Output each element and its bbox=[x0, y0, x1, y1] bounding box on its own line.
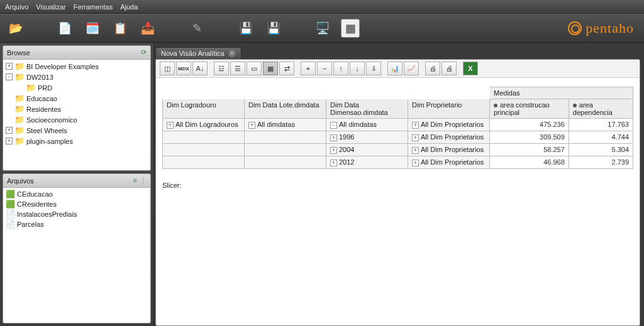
refresh-icon[interactable]: ⟳ bbox=[141, 48, 147, 57]
pivot-btn-cfg3[interactable]: ▭ bbox=[247, 62, 262, 75]
save-as-icon[interactable]: 💾 bbox=[264, 19, 283, 38]
row-header-cell[interactable]: +All Dim Proprietarios bbox=[408, 156, 490, 169]
document-icon: 📄 bbox=[6, 210, 15, 219]
pivot-btn-c-[interactable]: ↓ bbox=[350, 62, 365, 75]
col-header[interactable]: Dim Logradouro bbox=[163, 99, 245, 119]
col-header[interactable]: Dim Data Dimensao.dimdata bbox=[326, 99, 408, 119]
menu-ajuda[interactable]: Ajuda bbox=[120, 3, 138, 11]
data-cell: 2.739 bbox=[569, 156, 633, 169]
pivot-btn-sort[interactable]: A↓ bbox=[192, 62, 208, 75]
tree-item[interactable]: -📁DW2013 bbox=[3, 72, 150, 82]
folder-icon: 📁 bbox=[14, 72, 25, 82]
tab-nova-visao[interactable]: Nova Visão Analítica × bbox=[155, 47, 242, 59]
data-cell: 5.304 bbox=[569, 144, 633, 156]
pivot-btn-r-[interactable]: − bbox=[317, 62, 332, 75]
tree-item[interactable]: +📁plugin-samples bbox=[3, 136, 150, 146]
tree-item[interactable]: +📁BI Developer Examples bbox=[3, 61, 150, 72]
data-cell: 309.509 bbox=[490, 131, 569, 144]
expand-icon[interactable]: + bbox=[6, 127, 13, 134]
drill-icon[interactable]: + bbox=[330, 160, 337, 166]
drill-icon[interactable]: + bbox=[330, 134, 337, 141]
col-header[interactable]: Dim Data Lote.dimdata bbox=[245, 99, 326, 119]
row-header-cell[interactable]: +All dimdatas bbox=[245, 119, 326, 131]
row-header-cell bbox=[163, 156, 245, 169]
col-header[interactable]: Dim Proprietario bbox=[408, 99, 490, 119]
browse-title: Browse bbox=[7, 49, 30, 57]
row-header-cell bbox=[245, 131, 326, 144]
menu-ferramentas[interactable]: Ferramentas bbox=[74, 3, 113, 11]
file-item[interactable]: 🟩CResidentes bbox=[3, 199, 150, 209]
report-icon[interactable]: 📋 bbox=[111, 19, 130, 38]
monitor-icon[interactable]: 🖥️ bbox=[313, 19, 332, 38]
drill-icon[interactable]: + bbox=[412, 134, 419, 141]
row-header-cell[interactable]: +2012 bbox=[326, 156, 408, 169]
row-header-cell[interactable]: +All Dim Logradouros bbox=[163, 119, 245, 131]
panel-icon[interactable]: ▦ bbox=[341, 19, 360, 38]
tree-item[interactable]: +📁Educacao bbox=[3, 93, 150, 104]
measure-header[interactable]: area dependencia bbox=[569, 99, 633, 119]
pivot-btn-chart1[interactable]: 📊 bbox=[387, 62, 402, 75]
file-item[interactable]: 🟩CEducacao bbox=[3, 189, 150, 199]
pivot-btn-chart2[interactable]: 📈 bbox=[404, 62, 419, 75]
file-item[interactable]: 📄Parcelas bbox=[3, 219, 150, 229]
data-cell: 58.257 bbox=[490, 144, 569, 156]
drill-icon[interactable]: + bbox=[412, 160, 419, 166]
open-folder-icon[interactable]: 📂 bbox=[6, 19, 25, 38]
tree-item[interactable]: +📁Residentes bbox=[3, 104, 150, 114]
drill-icon[interactable]: + bbox=[167, 122, 174, 129]
pivot-btn-cfg2[interactable]: ☰ bbox=[230, 62, 245, 75]
row-header-cell[interactable]: +All Dim Proprietarios bbox=[408, 144, 490, 156]
save-icon[interactable]: 💾 bbox=[236, 19, 255, 38]
pivot-btn-excel[interactable]: X bbox=[463, 62, 478, 75]
menu-visualizar[interactable]: Visualizar bbox=[36, 3, 66, 11]
expand-icon[interactable]: + bbox=[6, 63, 13, 70]
files-panel: Arquivos ≡ ⋮ 🟩CEducacao🟩CResidentes📄Inst… bbox=[3, 173, 151, 323]
menu-arquivo[interactable]: Arquivo bbox=[5, 3, 28, 11]
browse-panel: Browse ⟳ +📁BI Developer Examples-📁DW2013… bbox=[3, 45, 151, 171]
row-header-cell[interactable]: -All dimdatas bbox=[326, 119, 408, 131]
file-item[interactable]: 📄InstalacoesPrediais bbox=[3, 209, 150, 219]
row-header-cell[interactable]: +All Dim Proprietarios bbox=[408, 131, 490, 144]
tab-title: Nova Visão Analítica bbox=[161, 50, 225, 57]
download-icon[interactable]: 📥 bbox=[138, 19, 157, 38]
new-doc-icon[interactable]: 📄 bbox=[55, 19, 74, 38]
tree-label: PRD bbox=[38, 84, 52, 92]
data-cell: 17.763 bbox=[569, 119, 633, 131]
calendar-icon[interactable]: 🗓️ bbox=[83, 19, 102, 38]
content-area: Nova Visão Analítica × ◫MDXA↓☳☰▭▦⇄+−↑↓⇩📊… bbox=[154, 43, 644, 326]
pivot-btn-print2[interactable]: 🖨 bbox=[441, 62, 457, 75]
row-header-cell[interactable]: +All Dim Proprietarios bbox=[408, 119, 490, 131]
tree-item[interactable]: +📁Socioeconomico bbox=[3, 114, 150, 125]
files-opt1-icon[interactable]: ≡ bbox=[133, 177, 137, 185]
measure-header[interactable]: area construcao principal bbox=[490, 99, 569, 119]
drill-icon[interactable]: + bbox=[412, 147, 419, 154]
files-opt2-icon[interactable]: ⋮ bbox=[140, 177, 147, 185]
document-icon: 📄 bbox=[6, 220, 15, 229]
pivot-btn-swap[interactable]: ⇄ bbox=[279, 62, 294, 75]
pivot-btn-cube[interactable]: ◫ bbox=[160, 62, 175, 75]
pivot-btn-cfg1[interactable]: ☳ bbox=[214, 62, 229, 75]
pivot-btn-c+[interactable]: ↑ bbox=[333, 62, 348, 75]
tab-close-icon[interactable]: × bbox=[228, 50, 236, 57]
tree-item[interactable]: +📁PRD bbox=[3, 82, 150, 93]
row-header-cell[interactable]: +2004 bbox=[326, 144, 408, 156]
tree-item[interactable]: +📁Steel Wheels bbox=[3, 125, 150, 136]
pivot-btn-drill[interactable]: ⇩ bbox=[366, 62, 381, 75]
pivot-btn-MDX[interactable]: MDX bbox=[176, 62, 191, 75]
pivot-btn-r+[interactable]: + bbox=[301, 62, 316, 75]
drill-icon[interactable]: + bbox=[330, 147, 337, 154]
tree-label: BI Developer Examples bbox=[26, 63, 99, 70]
drill-icon[interactable]: + bbox=[412, 122, 419, 129]
row-header-cell[interactable]: +1996 bbox=[326, 131, 408, 144]
pivot-btn-grid[interactable]: ▦ bbox=[263, 62, 278, 75]
expand-icon[interactable]: - bbox=[6, 73, 13, 80]
edit-icon[interactable]: ✎ bbox=[187, 19, 206, 38]
pivot-btn-print1[interactable]: 🖨 bbox=[425, 62, 440, 75]
drill-icon[interactable]: - bbox=[330, 122, 337, 129]
tree-label: DW2013 bbox=[26, 73, 53, 81]
expand-icon[interactable]: + bbox=[6, 138, 13, 144]
folder-icon: 📁 bbox=[14, 94, 25, 103]
measures-group-header: Medidas bbox=[490, 87, 633, 99]
row-header-cell bbox=[245, 144, 326, 156]
drill-icon[interactable]: + bbox=[248, 122, 255, 129]
